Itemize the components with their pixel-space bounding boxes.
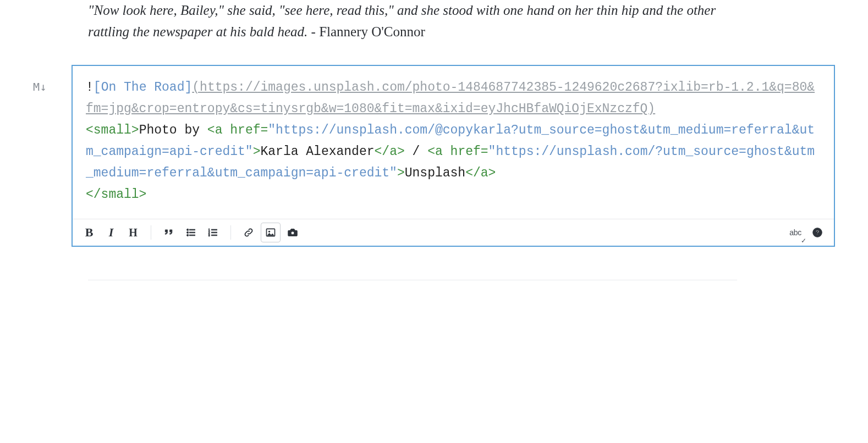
svg-text:?: ?: [815, 229, 819, 236]
image-button[interactable]: [261, 223, 281, 242]
svg-point-2: [187, 234, 189, 236]
italic-button[interactable]: I: [101, 223, 121, 242]
camera-icon: [287, 226, 299, 239]
md-quote-1b: ": [245, 145, 253, 159]
link-button[interactable]: [239, 223, 259, 242]
toolbar-separator: [151, 225, 151, 240]
cell-type-indicator: M↓: [33, 65, 72, 93]
help-icon: ?: [812, 227, 823, 238]
svg-rect-10: [212, 232, 217, 233]
svg-rect-3: [190, 229, 195, 230]
spellcheck-button[interactable]: abc: [785, 223, 805, 242]
quote-button[interactable]: [159, 223, 179, 242]
svg-text:3: 3: [208, 234, 210, 237]
editor-toolbar: B I H 123 abc: [73, 219, 834, 246]
md-gt-2: >: [397, 166, 405, 180]
quote-sep: -: [307, 24, 319, 39]
md-href-word-2: href=: [443, 145, 488, 159]
toolbar-separator: [230, 225, 231, 240]
markdown-code-area[interactable]: ![On The Road](https://images.unsplash.c…: [73, 66, 834, 219]
bold-button[interactable]: B: [79, 223, 99, 242]
md-quote-2a: ": [488, 145, 496, 159]
svg-point-14: [291, 231, 294, 235]
divider: [88, 280, 737, 280]
heading-button[interactable]: H: [123, 223, 143, 242]
ordered-list-icon: 123: [207, 227, 218, 238]
help-button[interactable]: ?: [807, 223, 827, 242]
ordered-list-button[interactable]: 123: [203, 223, 223, 242]
md-slash: /: [405, 145, 427, 159]
svg-rect-11: [212, 235, 217, 236]
markdown-cell-row: M↓ ![On The Road](https://images.unsplas…: [33, 65, 835, 247]
md-a-open-2: <a: [427, 145, 443, 159]
markdown-editor-cell[interactable]: ![On The Road](https://images.unsplash.c…: [72, 65, 835, 247]
md-href-word-1: href=: [222, 123, 268, 137]
md-alt-text: On The Road: [101, 80, 185, 95]
image-icon: [265, 227, 276, 238]
svg-point-13: [268, 231, 270, 232]
svg-point-0: [187, 229, 189, 230]
md-small-close: </small>: [86, 187, 146, 202]
quote-author: Flannery O'Connor: [319, 24, 425, 39]
md-photo-by: Photo by: [139, 123, 207, 137]
md-a-open-1: <a: [207, 123, 223, 137]
svg-point-1: [187, 231, 189, 233]
md-url-open: (: [192, 80, 200, 95]
svg-rect-4: [190, 232, 195, 233]
md-a-close-2: </a>: [465, 166, 496, 180]
md-bang: !: [86, 80, 94, 95]
md-quote-2b: ": [389, 166, 397, 180]
quote-block: "Now look here, Bailey," she said, "see …: [88, 0, 737, 43]
md-bracket-open: [: [94, 80, 101, 95]
svg-rect-5: [190, 235, 195, 236]
quote-icon: [163, 227, 174, 238]
link-icon: [243, 227, 254, 238]
md-quote-1a: ": [268, 123, 276, 137]
svg-rect-9: [212, 229, 217, 230]
md-link-text-2: Unsplash: [405, 166, 465, 180]
md-small-open: <small>: [86, 123, 139, 137]
md-bracket-close: ]: [184, 80, 192, 95]
unordered-list-icon: [185, 227, 196, 238]
md-link-text-1: Karla Alexander: [260, 145, 374, 159]
md-a-close-1: </a>: [375, 145, 405, 159]
md-gt-1: >: [253, 145, 261, 159]
unordered-list-button[interactable]: [181, 223, 201, 242]
camera-button[interactable]: [283, 223, 303, 242]
